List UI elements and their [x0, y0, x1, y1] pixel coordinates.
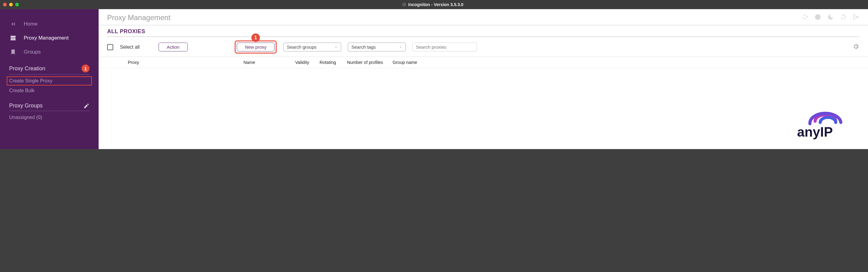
column-num-profiles: Number of profiles [344, 60, 390, 65]
annotation-badge: 1 [251, 33, 260, 42]
svg-rect-3 [11, 39, 16, 40]
new-proxy-wrapper: 1 New proxy [235, 40, 277, 54]
sidebar-subitem-create-bulk[interactable]: Create Bulk [9, 86, 90, 95]
edit-icon[interactable] [83, 103, 90, 109]
recycle-icon[interactable] [802, 14, 808, 22]
refresh-icon[interactable] [840, 14, 847, 22]
svg-text:anyIP: anyIP [797, 124, 833, 139]
sidebar-item-groups[interactable]: Groups [0, 45, 99, 59]
search-tags-dropdown[interactable]: Search tags [348, 42, 406, 52]
column-rotating: Rotating [317, 60, 344, 65]
sidebar-subitem-unassigned[interactable]: Unassigned (0) [9, 113, 90, 122]
window-close-button[interactable] [3, 3, 7, 6]
subheader-title: ALL PROXIES [107, 28, 860, 37]
annotation-badge: 1 [82, 64, 90, 72]
window-maximize-button[interactable] [15, 3, 19, 6]
app-icon [402, 2, 406, 7]
sidebar-item-proxy-management[interactable]: Proxy Management [0, 31, 99, 45]
section-title: Proxy Groups [9, 102, 42, 109]
svg-rect-1 [11, 36, 16, 37]
dropdown-label: Search tags [351, 44, 376, 50]
sidebar: Home Proxy Management Groups Proxy Creat… [0, 9, 99, 149]
sidebar-item-label: Proxy Management [24, 35, 68, 41]
window-minimize-button[interactable] [9, 3, 13, 6]
moon-icon[interactable] [827, 14, 834, 22]
titlebar: Incogniton - Version 3.5.3.0 [0, 0, 868, 9]
table-header-row: Proxy Name Validity Rotating Number of p… [99, 57, 868, 68]
sidebar-section-proxy-creation: Proxy Creation 1 Create Single Proxy Cre… [0, 62, 99, 97]
action-button[interactable]: Action [159, 42, 188, 52]
chevron-down-icon [399, 45, 402, 49]
sidebar-item-label: Home [24, 21, 37, 27]
select-all-checkbox[interactable] [107, 44, 113, 50]
section-title: Proxy Creation [9, 65, 45, 72]
logout-icon[interactable] [853, 14, 860, 22]
server-icon [9, 35, 17, 41]
main-panel: Proxy Management ALL PROXIES Select all … [99, 9, 868, 149]
column-proxy: Proxy [125, 60, 241, 65]
send-icon[interactable] [814, 14, 821, 22]
column-name: Name [241, 60, 293, 65]
sidebar-subitem-label: Create Bulk [9, 88, 35, 93]
sidebar-subitem-label: Unassigned (0) [9, 115, 42, 120]
chevrons-left-icon [9, 21, 17, 27]
sidebar-item-label: Groups [24, 49, 41, 55]
sidebar-section-proxy-groups: Proxy Groups Unassigned (0) [0, 100, 99, 124]
sidebar-subitem-label: Create Single Proxy [9, 78, 52, 83]
new-proxy-button[interactable]: New proxy [237, 42, 275, 52]
anyip-watermark: anyIP [792, 108, 859, 143]
toolbar: Select all Action 1 New proxy Search gro… [99, 37, 868, 57]
select-all-label: Select all [120, 44, 140, 50]
sidebar-item-home[interactable]: Home [0, 17, 99, 31]
gear-icon[interactable] [852, 43, 860, 52]
chevron-down-icon [334, 45, 338, 49]
column-group-name: Group name [390, 60, 427, 65]
dropdown-label: Search groups [287, 44, 316, 50]
svg-point-4 [815, 14, 820, 20]
search-proxies-input[interactable] [412, 42, 477, 52]
sidebar-subitem-create-single-proxy[interactable]: Create Single Proxy [7, 77, 92, 86]
svg-rect-2 [11, 37, 16, 39]
search-groups-dropdown[interactable]: Search groups [283, 42, 341, 52]
bookmark-icon [9, 49, 17, 55]
page-title: Proxy Management [107, 13, 170, 22]
window-title: Incogniton - Version 3.5.3.0 [408, 2, 463, 7]
column-validity: Validity [293, 60, 317, 65]
